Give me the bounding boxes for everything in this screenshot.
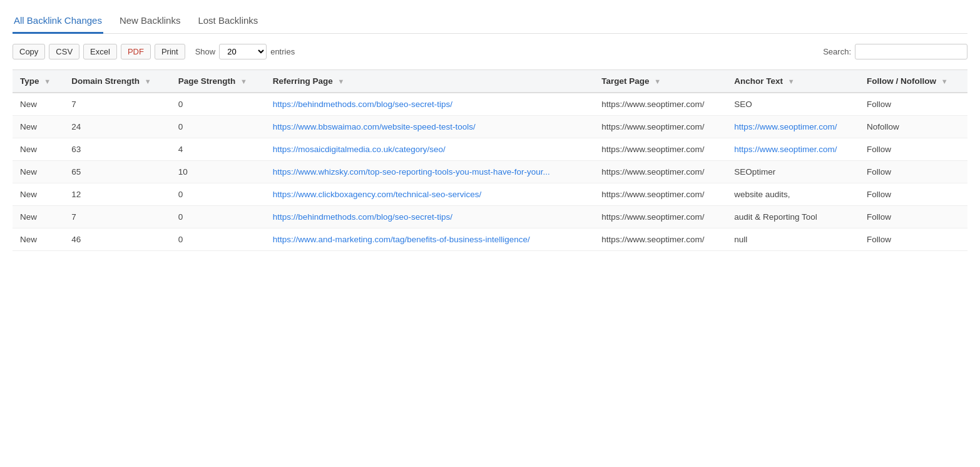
sort-icon-page: ▼ <box>240 78 247 85</box>
tab-lost-backlinks[interactable]: Lost Backlinks <box>197 10 259 34</box>
copy-button[interactable]: Copy <box>13 44 45 59</box>
table-row: New634https://mosaicdigitalmedia.co.uk/c… <box>13 138 967 161</box>
cell-anchor-text: SEOptimer <box>727 161 859 183</box>
cell-follow-nofollow: Follow <box>859 138 967 161</box>
cell-anchor-text: null <box>727 228 859 251</box>
cell-target-page: https://www.seoptimer.com/ <box>594 161 727 183</box>
cell-target-page: https://www.seoptimer.com/ <box>594 183 727 206</box>
cell-type: New <box>13 161 64 183</box>
cell-target-page: https://www.seoptimer.com/ <box>594 206 727 228</box>
cell-referring-page[interactable]: https://behindmethods.com/blog/seo-secre… <box>265 93 595 116</box>
table-row: New240https://www.bbswaimao.com/website-… <box>13 116 967 138</box>
cell-type: New <box>13 93 64 116</box>
col-page-strength[interactable]: Page Strength ▼ <box>171 70 265 93</box>
cell-target-page: https://www.seoptimer.com/ <box>594 93 727 116</box>
cell-page-strength: 10 <box>171 161 265 183</box>
cell-referring-page-link[interactable]: https://www.bbswaimao.com/website-speed-… <box>273 122 476 131</box>
sort-icon-domain: ▼ <box>145 78 151 85</box>
cell-domain-strength: 12 <box>64 183 170 206</box>
cell-anchor-text[interactable]: https://www.seoptimer.com/ <box>727 116 859 138</box>
cell-page-strength: 0 <box>171 206 265 228</box>
cell-domain-strength: 46 <box>64 228 170 251</box>
col-anchor-text[interactable]: Anchor Text ▼ <box>727 70 859 93</box>
cell-page-strength: 0 <box>171 93 265 116</box>
table-row: New120https://www.clickboxagency.com/tec… <box>13 183 967 206</box>
tab-bar: All Backlink Changes New Backlinks Lost … <box>13 10 967 34</box>
cell-page-strength: 0 <box>171 116 265 138</box>
cell-referring-page[interactable]: https://www.clickboxagency.com/technical… <box>265 183 595 206</box>
col-domain-strength[interactable]: Domain Strength ▼ <box>64 70 170 93</box>
col-referring-page[interactable]: Referring Page ▼ <box>265 70 595 93</box>
backlinks-table: Type ▼ Domain Strength ▼ Page Strength ▼… <box>13 69 967 251</box>
print-button[interactable]: Print <box>155 44 185 59</box>
table-body: New70https://behindmethods.com/blog/seo-… <box>13 93 967 251</box>
cell-type: New <box>13 183 64 206</box>
sort-icon-referring: ▼ <box>337 78 344 85</box>
search-label: Search: <box>823 47 851 56</box>
cell-referring-page[interactable]: https://behindmethods.com/blog/seo-secre… <box>265 206 595 228</box>
cell-referring-page-link[interactable]: https://behindmethods.com/blog/seo-secre… <box>273 100 452 109</box>
cell-referring-page[interactable]: https://www.and-marketing.com/tag/benefi… <box>265 228 595 251</box>
cell-domain-strength: 7 <box>64 206 170 228</box>
sort-icon-follow: ▼ <box>941 78 948 85</box>
cell-referring-page-link[interactable]: https://www.clickboxagency.com/technical… <box>273 190 482 199</box>
table-row: New6510https://www.whizsky.com/top-seo-r… <box>13 161 967 183</box>
table-header-row: Type ▼ Domain Strength ▼ Page Strength ▼… <box>13 70 967 93</box>
cell-follow-nofollow: Follow <box>859 161 967 183</box>
cell-type: New <box>13 116 64 138</box>
table-row: New460https://www.and-marketing.com/tag/… <box>13 228 967 251</box>
tab-all-backlink-changes[interactable]: All Backlink Changes <box>13 10 103 34</box>
cell-target-page: https://www.seoptimer.com/ <box>594 116 727 138</box>
excel-button[interactable]: Excel <box>83 44 117 59</box>
csv-button[interactable]: CSV <box>49 44 79 59</box>
cell-anchor-text[interactable]: https://www.seoptimer.com/ <box>727 138 859 161</box>
cell-anchor-text: SEO <box>727 93 859 116</box>
search-input[interactable] <box>855 44 967 59</box>
cell-page-strength: 4 <box>171 138 265 161</box>
cell-type: New <box>13 206 64 228</box>
cell-follow-nofollow: Follow <box>859 228 967 251</box>
cell-anchor-text: audit & Reporting Tool <box>727 206 859 228</box>
table-row: New70https://behindmethods.com/blog/seo-… <box>13 206 967 228</box>
cell-domain-strength: 63 <box>64 138 170 161</box>
cell-follow-nofollow: Follow <box>859 183 967 206</box>
cell-anchor-text: website audits, <box>727 183 859 206</box>
cell-type: New <box>13 138 64 161</box>
tab-new-backlinks[interactable]: New Backlinks <box>118 10 182 34</box>
sort-icon-type: ▼ <box>44 78 51 85</box>
cell-referring-page-link[interactable]: https://behindmethods.com/blog/seo-secre… <box>273 212 452 222</box>
cell-anchor-text-link[interactable]: https://www.seoptimer.com/ <box>734 145 837 154</box>
entries-select[interactable]: 10 20 25 50 100 <box>219 44 267 59</box>
cell-referring-page-link[interactable]: https://www.whizsky.com/top-seo-reportin… <box>273 167 550 177</box>
entries-text: entries <box>270 47 295 56</box>
cell-follow-nofollow: Follow <box>859 93 967 116</box>
sort-icon-anchor: ▼ <box>788 78 795 85</box>
cell-target-page: https://www.seoptimer.com/ <box>594 138 727 161</box>
pdf-button[interactable]: PDF <box>121 44 151 59</box>
col-target-page[interactable]: Target Page ▼ <box>594 70 727 93</box>
table-row: New70https://behindmethods.com/blog/seo-… <box>13 93 967 116</box>
cell-referring-page[interactable]: https://www.whizsky.com/top-seo-reportin… <box>265 161 595 183</box>
show-label: Show <box>195 47 216 56</box>
cell-referring-page[interactable]: https://mosaicdigitalmedia.co.uk/categor… <box>265 138 595 161</box>
cell-anchor-text-link[interactable]: https://www.seoptimer.com/ <box>734 122 837 131</box>
cell-page-strength: 0 <box>171 183 265 206</box>
cell-domain-strength: 65 <box>64 161 170 183</box>
cell-domain-strength: 24 <box>64 116 170 138</box>
cell-referring-page[interactable]: https://www.bbswaimao.com/website-speed-… <box>265 116 595 138</box>
toolbar: Copy CSV Excel PDF Print Show 10 20 25 5… <box>13 44 967 59</box>
cell-referring-page-link[interactable]: https://www.and-marketing.com/tag/benefi… <box>273 235 530 244</box>
sort-icon-target: ▼ <box>654 78 661 85</box>
col-type[interactable]: Type ▼ <box>13 70 64 93</box>
cell-target-page: https://www.seoptimer.com/ <box>594 228 727 251</box>
cell-referring-page-link[interactable]: https://mosaicdigitalmedia.co.uk/categor… <box>273 145 446 154</box>
col-follow-nofollow[interactable]: Follow / Nofollow ▼ <box>859 70 967 93</box>
cell-type: New <box>13 228 64 251</box>
cell-follow-nofollow: Follow <box>859 206 967 228</box>
cell-domain-strength: 7 <box>64 93 170 116</box>
cell-follow-nofollow: Nofollow <box>859 116 967 138</box>
cell-page-strength: 0 <box>171 228 265 251</box>
